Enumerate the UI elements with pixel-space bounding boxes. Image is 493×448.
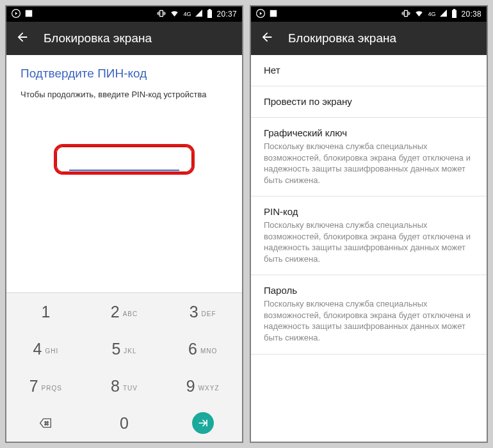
battery-icon: [451, 9, 457, 20]
lock-option[interactable]: Провести по экрану: [251, 86, 487, 118]
wifi-icon: [170, 9, 179, 20]
app-header: Блокировка экрана: [6, 22, 242, 55]
key-4[interactable]: 4GHI: [6, 330, 85, 367]
play-icon: [256, 9, 265, 20]
image-icon: [24, 9, 33, 20]
key-5[interactable]: 5JKL: [85, 330, 164, 367]
lock-option[interactable]: Графический ключПоскольку включена служб…: [251, 118, 487, 196]
vibrate-icon: [157, 9, 166, 20]
option-title: PIN-код: [264, 206, 474, 217]
back-button[interactable]: [260, 30, 274, 47]
vibrate-icon: [401, 9, 410, 20]
signal-icon: [439, 9, 448, 19]
network-4g-icon: 4G: [183, 11, 191, 17]
pin-highlight-annotation: [54, 144, 195, 175]
lock-options-list: НетПровести по экрануГрафический ключПос…: [251, 55, 487, 442]
wifi-icon: [414, 9, 424, 20]
pin-input[interactable]: [69, 154, 179, 171]
option-description: Поскольку включена служба специальных во…: [264, 141, 474, 186]
key-7[interactable]: 7PRQS: [6, 367, 85, 404]
lock-option[interactable]: Нет: [251, 55, 487, 86]
image-icon: [269, 9, 278, 20]
lock-option[interactable]: PIN-кодПоскольку включена служба специал…: [251, 196, 487, 275]
option-description: Поскольку включена служба специальных во…: [264, 220, 474, 264]
key-backspace[interactable]: [6, 404, 85, 442]
network-4g-icon: 4G: [428, 11, 435, 17]
key-8[interactable]: 8TUV: [85, 367, 164, 404]
play-icon: [12, 9, 20, 20]
clock-time: 20:38: [461, 10, 481, 19]
key-9[interactable]: 9WXYZ: [163, 367, 242, 404]
phone-left: 4G 20:37 Блокировка экрана Подтвердите П…: [5, 5, 243, 443]
key-3[interactable]: 3DEF: [163, 293, 242, 330]
option-title: Графический ключ: [264, 127, 474, 138]
app-header: Блокировка экрана: [251, 22, 487, 55]
pin-title: Подтвердите ПИН-код: [20, 67, 228, 81]
key-1[interactable]: 1: [6, 293, 85, 330]
header-title: Блокировка экрана: [288, 31, 396, 45]
key-2[interactable]: 2ABC: [85, 293, 164, 330]
status-bar: 4G 20:38: [251, 6, 487, 22]
key-submit[interactable]: [163, 404, 242, 442]
pin-subtitle: Чтобы продолжить, введите PIN-код устрой…: [20, 90, 228, 99]
keypad: 12ABC3DEF4GHI5JKL6MNO7PRQS8TUV9WXYZ0: [6, 292, 242, 442]
key-0[interactable]: 0: [85, 404, 164, 442]
option-description: Поскольку включена служба специальных во…: [264, 298, 474, 343]
phone-right: 4G 20:38 Блокировка экрана НетПровести п…: [250, 5, 488, 443]
option-title: Нет: [264, 65, 474, 76]
key-6[interactable]: 6MNO: [163, 330, 242, 367]
header-title: Блокировка экрана: [44, 31, 152, 45]
back-button[interactable]: [15, 30, 29, 47]
status-bar: 4G 20:37: [6, 6, 242, 22]
lock-option[interactable]: ПарольПоскольку включена служба специаль…: [251, 275, 487, 354]
pin-content: Подтвердите ПИН-код Чтобы продолжить, вв…: [6, 55, 242, 292]
option-title: Пароль: [264, 285, 474, 296]
clock-time: 20:37: [216, 10, 237, 19]
battery-icon: [207, 9, 213, 20]
option-title: Провести по экрану: [264, 96, 474, 107]
signal-icon: [195, 9, 203, 19]
